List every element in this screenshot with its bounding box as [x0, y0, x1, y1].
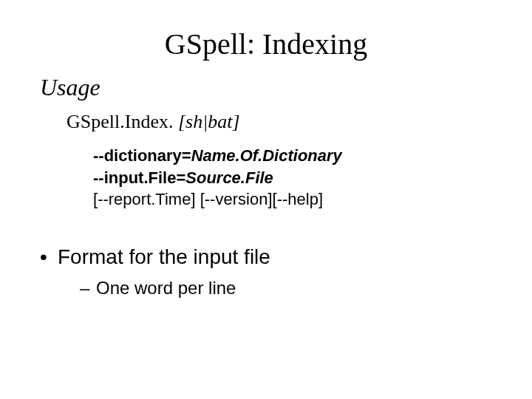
usage-heading: Usage — [40, 74, 100, 101]
format-sub-text: One word per line — [96, 278, 236, 298]
option-line-2: --input.File=Source.File — [93, 167, 342, 189]
format-bullet-line: •Format for the input file — [40, 245, 270, 269]
option-line-3: [--report.Time] [--version][--help] — [93, 188, 342, 211]
format-sub-line: –One word per line — [80, 278, 236, 299]
options-block: --dictionary=Name.Of.Dictionary --input.… — [93, 145, 342, 211]
bracket-close: ] — [318, 190, 323, 208]
command-line: GSpell.Index. [sh|bat] — [66, 111, 240, 133]
option-value: Name.Of.Dictionary — [191, 146, 342, 165]
command-program: GSpell.Index. — [66, 111, 178, 132]
format-bullet-text: Format for the input file — [58, 245, 270, 268]
option-flag: --input.File= — [93, 168, 185, 187]
bracket-close: ] — [191, 190, 200, 208]
bullet-icon: • — [40, 245, 58, 269]
dash-icon: – — [80, 278, 96, 299]
option-value: Source.File — [185, 168, 273, 187]
option-line-1: --dictionary=Name.Of.Dictionary — [93, 145, 342, 167]
slide-title: GSpell: Indexing — [0, 27, 532, 61]
option-flag: --version — [205, 190, 268, 208]
slide: GSpell: Indexing Usage GSpell.Index. [sh… — [0, 0, 532, 399]
option-flag: --report.Time — [98, 190, 191, 208]
option-flag: --dictionary= — [93, 146, 191, 165]
command-args: [sh|bat] — [178, 111, 240, 132]
option-flag: --help — [277, 190, 318, 208]
